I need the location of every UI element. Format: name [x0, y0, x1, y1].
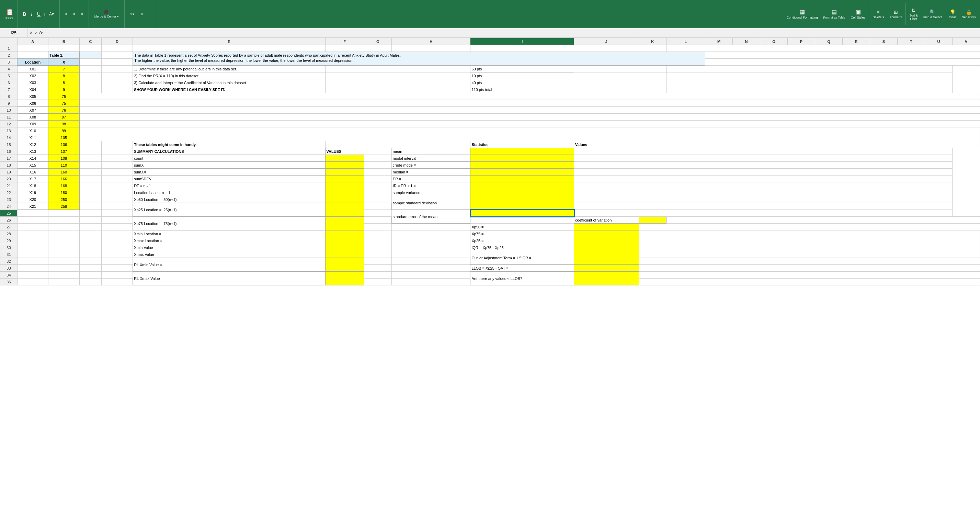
cell-a23[interactable]: X20: [17, 196, 48, 203]
cell-c22[interactable]: [80, 189, 101, 196]
col-header-r[interactable]: R: [842, 38, 870, 45]
conditional-formatting-button[interactable]: ▦ Conditional Formatting: [784, 0, 821, 28]
col-header-l[interactable]: L: [666, 38, 705, 45]
cell-h28-xp75[interactable]: Xp75 =: [471, 231, 574, 237]
cell-f21-df-val[interactable]: [325, 182, 364, 189]
cell-c29[interactable]: [80, 237, 101, 244]
cell-g32[interactable]: [364, 258, 391, 265]
cell-fg6[interactable]: [325, 80, 471, 86]
cell-d17[interactable]: [101, 155, 133, 162]
cell-e21-df[interactable]: DF = n - 1: [133, 182, 325, 189]
cell-d21[interactable]: [101, 182, 133, 189]
cell-rest-13[interactable]: [80, 127, 980, 134]
cell-d26[interactable]: [101, 217, 133, 224]
cell-g28[interactable]: [364, 231, 391, 237]
cell-g26b[interactable]: [471, 217, 574, 224]
cell-a14[interactable]: X11: [17, 134, 48, 141]
cell-d3[interactable]: [101, 59, 133, 65]
cell-l1[interactable]: [666, 45, 705, 52]
col-header-o[interactable]: O: [760, 38, 788, 45]
cell-b20[interactable]: 166: [48, 175, 80, 182]
cell-c30[interactable]: [80, 244, 101, 251]
cell-rest-20[interactable]: [574, 175, 953, 182]
cell-rest-8[interactable]: [80, 93, 980, 100]
cell-a2[interactable]: [17, 52, 48, 59]
cell-h23-sampstddev[interactable]: sample standard deviation: [391, 196, 471, 210]
col-header-b[interactable]: B: [48, 38, 80, 45]
cell-e20-sumsdev[interactable]: sumSDEV: [133, 175, 325, 182]
cell-g32b[interactable]: [391, 258, 471, 265]
cell-c24[interactable]: [80, 203, 101, 210]
cell-description[interactable]: The data in Table 1 represent a set of A…: [133, 52, 705, 65]
cell-c25[interactable]: [80, 210, 101, 217]
cell-a11[interactable]: X08: [17, 114, 48, 121]
cell-jk7[interactable]: [574, 86, 667, 93]
cell-e4-task1[interactable]: 1) Determine if there are any potential …: [133, 65, 325, 72]
cell-rest-29[interactable]: [639, 237, 980, 244]
cell-g34[interactable]: [364, 272, 391, 278]
cell-b28[interactable]: [48, 231, 80, 237]
cell-a4[interactable]: X01: [17, 65, 48, 72]
cell-f28-xminloc-val[interactable]: [325, 231, 364, 237]
cell-rest-14[interactable]: [80, 134, 980, 141]
cell-e29-xmaxloc[interactable]: Xmax Location =: [133, 237, 325, 244]
cell-g34b[interactable]: [391, 272, 471, 278]
col-header-f[interactable]: F: [325, 38, 364, 45]
cell-f26-xp75loc-val[interactable]: [325, 217, 364, 231]
cell-a25[interactable]: [17, 210, 48, 217]
cell-a29[interactable]: [17, 237, 48, 244]
cell-rest-17[interactable]: [574, 155, 953, 162]
col-header-p[interactable]: P: [788, 38, 815, 45]
cancel-formula-icon[interactable]: ✕: [30, 30, 33, 35]
cell-i22-sampvar-val[interactable]: [471, 189, 574, 196]
cell-b24[interactable]: 258: [48, 203, 80, 210]
delete-button[interactable]: ✕ Delete ▾: [870, 0, 887, 28]
cell-a26[interactable]: [17, 217, 48, 224]
col-header-a[interactable]: A: [17, 38, 48, 45]
cell-m1-onwards[interactable]: [705, 45, 980, 52]
cell-c5[interactable]: [80, 72, 101, 80]
cell-g28b[interactable]: [391, 231, 471, 237]
cell-a5[interactable]: X02: [17, 72, 48, 80]
cell-f17-count-val[interactable]: [325, 155, 364, 162]
cell-i18-crude-val[interactable]: [471, 162, 574, 169]
cell-g16[interactable]: [364, 148, 391, 155]
cell-i25-sterr-val[interactable]: [471, 210, 574, 217]
cell-c33[interactable]: [80, 265, 101, 272]
cell-reference[interactable]: I25: [0, 28, 27, 38]
cell-e22-locbase[interactable]: Location base = n + 1: [133, 189, 325, 196]
italic-button[interactable]: I: [29, 11, 34, 17]
cell-b5[interactable]: 8: [48, 72, 80, 80]
cell-a7[interactable]: X04: [17, 86, 48, 93]
cell-h18-crude[interactable]: crude mode =: [391, 162, 471, 169]
cell-fg4[interactable]: [325, 65, 471, 72]
format-as-table-button[interactable]: ▤ Format as Table: [820, 0, 848, 28]
cell-rest-12[interactable]: [80, 121, 980, 127]
cell-a16[interactable]: X13: [17, 148, 48, 155]
cell-h17-modal[interactable]: modal interval =: [391, 155, 471, 162]
col-header-m[interactable]: M: [705, 38, 733, 45]
cell-b22[interactable]: 180: [48, 189, 80, 196]
cell-h26-coeff[interactable]: coefficient of variation: [574, 217, 639, 224]
cell-jk4[interactable]: [574, 65, 667, 72]
insert-function-icon[interactable]: fx: [39, 30, 43, 35]
row-header-16[interactable]: 16: [0, 148, 18, 155]
row-header-2[interactable]: 2: [0, 52, 18, 59]
cell-i30-iqr-val[interactable]: [574, 244, 639, 251]
cell-d15[interactable]: [101, 141, 133, 148]
row-header-15[interactable]: 15: [0, 141, 18, 148]
cell-i4-pts1[interactable]: 60 pts: [471, 65, 574, 72]
cell-rest-2[interactable]: [705, 52, 980, 59]
cell-e26-xp75loc[interactable]: Xp75 Location = .75(n+1): [133, 217, 325, 231]
cell-c21[interactable]: [80, 182, 101, 189]
cell-b26[interactable]: [48, 217, 80, 224]
row-header-18[interactable]: 18: [0, 162, 18, 169]
cell-rest-24[interactable]: [574, 203, 953, 210]
cell-i29-xp25-val[interactable]: [574, 237, 639, 244]
row-header-17[interactable]: 17: [0, 155, 18, 162]
row-header-6[interactable]: 6: [0, 80, 18, 86]
cell-i31-oat-val[interactable]: [574, 251, 639, 265]
cell-h19-median[interactable]: median =: [391, 169, 471, 175]
cell-rest-10[interactable]: [80, 107, 980, 114]
cell-i1[interactable]: [471, 45, 574, 52]
